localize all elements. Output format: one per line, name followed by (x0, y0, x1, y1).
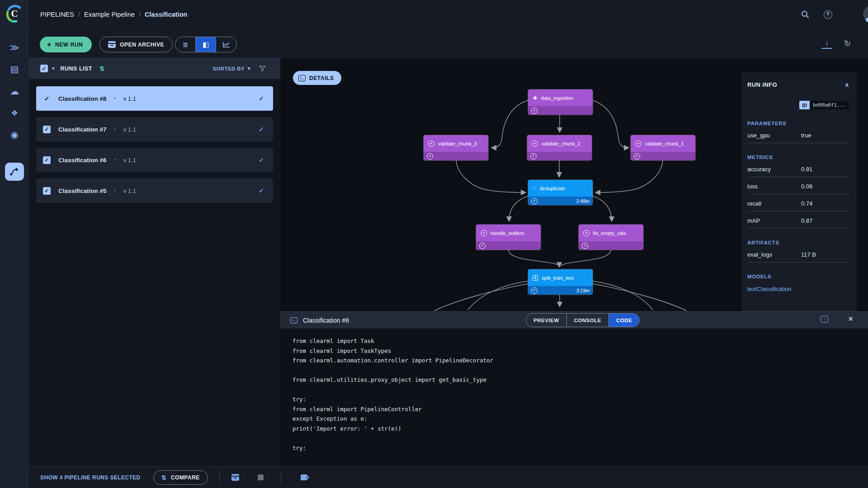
run-version: v 1.1 (123, 188, 136, 194)
run-info-title: RUN INFO (747, 81, 777, 88)
search-icon[interactable] (799, 8, 811, 21)
model-link[interactable]: textClassification (747, 286, 849, 292)
tab-preview[interactable]: PREVIEW (526, 314, 567, 327)
download-icon[interactable]: ↓ (821, 38, 832, 49)
metric-row: loss 0.06 (747, 177, 849, 194)
nav-cloud-icon[interactable]: ☁ (0, 82, 29, 100)
metric-label: recall (747, 200, 801, 207)
row-checkbox[interactable]: ✓ (43, 156, 51, 164)
filter-icon[interactable] (259, 65, 266, 72)
dag-node-fix-empty-vals[interactable]: »fix_empty_vals ≡ (579, 225, 643, 250)
id-value: bd00a0f1... (810, 101, 849, 109)
nav-projects-icon[interactable]: ≫ (0, 38, 29, 56)
auto-refresh-icon[interactable]: ↻ ∥ (844, 38, 851, 49)
run-row-classification-6[interactable]: ✓ Classification #6 • v 1.1 ✓ (36, 148, 273, 172)
select-all-checkbox[interactable]: ✓ (40, 65, 48, 72)
row-check-icon[interactable]: ✓ (43, 95, 51, 102)
selected-runs-text[interactable]: SHOW 4 PIPELINE RUNS SELECTED (40, 474, 141, 481)
dag-node-split-train-test[interactable]: λsplit_train_test ✓3:19m (528, 269, 593, 295)
metric-label: accuracy (747, 166, 801, 173)
chevrons-circle-icon: » (481, 230, 487, 236)
run-name: Classification #8 (58, 95, 107, 102)
clearml-logo[interactable]: C (4, 3, 25, 24)
code-line: from clearml.utilities.proxy_object impo… (292, 376, 493, 386)
metrics-section-title: METRICS (747, 155, 849, 160)
metrics-view-icon[interactable] (216, 37, 236, 52)
parameters-section-title: PARAMETERS (747, 121, 849, 126)
node-runtime: 2:48m (576, 198, 590, 204)
menu-circle-icon: ≡ (427, 153, 433, 160)
nav-workers-icon[interactable]: ▤ (0, 60, 29, 78)
tab-code[interactable]: CODE (609, 314, 639, 327)
run-status-check-icon: ✓ (259, 187, 264, 194)
nav-pipelines-selected[interactable] (5, 163, 24, 181)
metric-row: recall 0.74 (747, 194, 849, 211)
run-row-classification-7[interactable]: ✓ Classification #7 • v 1.1 ✓ (36, 117, 273, 141)
row-checkbox[interactable]: ✓ (43, 126, 51, 133)
footer-divider (219, 472, 220, 483)
tag-action-icon[interactable] (301, 474, 309, 480)
nav-datasets-icon[interactable]: ❖ (0, 104, 29, 122)
run-row-classification-5[interactable]: ✓ Classification #5 • v 1.1 ✓ (36, 178, 273, 203)
left-nav-rail: C ≫ ▤ ☁ ❖ ◉ (0, 0, 29, 488)
grid-dots-icon: ∷ (533, 185, 536, 192)
bottom-panel-title: Classification #8 (303, 317, 349, 324)
metric-label: loss (747, 183, 801, 190)
footer-divider (281, 472, 281, 483)
tab-console[interactable]: CONSOLE (567, 314, 609, 327)
menu-circle-icon: ≡ (582, 243, 588, 249)
compare-button[interactable]: ⇅ COMPARE (153, 470, 208, 485)
split-view-icon[interactable]: ◧ (196, 37, 216, 52)
abort-action-icon[interactable] (258, 474, 264, 480)
archive-icon (108, 41, 116, 48)
details-label: DETAILS (309, 75, 334, 81)
dag-node-validate-chunk-3[interactable]: »validate_chunk_3 ≡ (424, 135, 488, 160)
chevrons-circle-icon: » (583, 230, 590, 236)
chevrons-circle-icon: » (635, 141, 642, 147)
collapse-runs-icon[interactable]: ⇅ (99, 65, 105, 72)
menu-circle-icon: ≡ (530, 153, 537, 160)
code-line (292, 367, 493, 377)
code-line: print('Import error: ' + str(e)) (292, 425, 493, 435)
breadcrumb-pipelines[interactable]: PIPELINES (40, 11, 74, 18)
check-circle-icon: ✓ (531, 287, 538, 294)
select-all-caret-icon[interactable]: ▾ (52, 66, 55, 71)
open-in-window-icon[interactable]: ↑ (821, 316, 828, 323)
breadcrumb-classification: Classification (145, 11, 187, 18)
svg-text:C: C (11, 8, 18, 19)
metric-row: accuracy 0.91 (747, 160, 849, 177)
run-id-chip[interactable]: ID bd00a0f1... (799, 101, 849, 109)
dag-node-deduplicate[interactable]: ∷deduplicate ✓2:48m (528, 180, 593, 205)
terminal-icon: >_ (290, 317, 297, 324)
nav-models-icon[interactable]: ◉ (0, 126, 29, 144)
code-line: from clearml import PipelineController (292, 406, 493, 416)
menu-circle-icon: ≡ (531, 108, 538, 114)
row-checkbox[interactable]: ✓ (43, 187, 51, 195)
details-button[interactable]: >_ DETAILS (293, 71, 341, 85)
help-glyph: ? (824, 10, 832, 19)
user-avatar[interactable] (863, 5, 868, 23)
artifacts-section-title: ARTIFACTS (747, 240, 849, 245)
bottom-panel-header: >_ Classification #8 PREVIEW CONSOLE COD… (280, 312, 868, 328)
archive-action-icon[interactable] (231, 474, 239, 481)
code-viewer[interactable]: from clearml import Task from clearml im… (292, 338, 493, 454)
new-run-button[interactable]: + NEW RUN (40, 37, 92, 52)
table-view-icon[interactable]: ≣ (175, 37, 196, 52)
selection-footer-bar: SHOW 4 PIPELINE RUNS SELECTED ⇅ COMPARE (29, 466, 868, 488)
compare-label: COMPARE (171, 474, 200, 481)
dag-node-validate-chunk-2[interactable]: »validate_chunk_2 ≡ (527, 135, 592, 160)
dag-node-data-ingestion[interactable]: ❖data_ingestion ≡ (528, 89, 593, 115)
breadcrumb-example-pipeline[interactable]: Example Pipeline (84, 11, 135, 18)
run-row-classification-8[interactable]: ✓ Classification #8 • v 1.1 ✓ (36, 86, 273, 111)
sorted-by-control[interactable]: SORTED BY ▾ (212, 66, 250, 71)
dag-node-validate-chunk-1[interactable]: »validate_chunk_1 ≡ (631, 135, 695, 160)
view-toggle: ≣ ◧ (175, 37, 237, 52)
collapse-panel-icon[interactable]: ∧ (844, 81, 849, 88)
close-icon[interactable]: ✕ (848, 315, 854, 323)
new-run-label: NEW RUN (55, 42, 83, 48)
open-archive-button[interactable]: OPEN ARCHIVE (99, 37, 173, 52)
clearml-logo-icon: C (5, 4, 24, 23)
dag-node-handle-outliers[interactable]: »handle_outliers ≡ (476, 225, 541, 250)
metric-value: 0.06 (801, 183, 812, 190)
help-icon[interactable]: ? (821, 8, 834, 21)
